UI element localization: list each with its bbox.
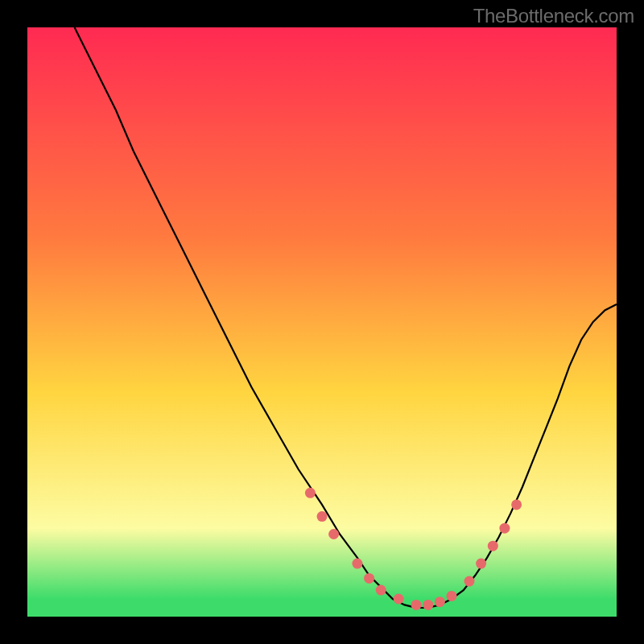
watermark-text: TheBottleneck.com: [473, 5, 634, 27]
sample-dot: [364, 573, 374, 584]
sample-dot: [394, 594, 404, 605]
sample-dot: [423, 600, 433, 610]
sample-dot: [411, 600, 422, 610]
chart-svg: [27, 27, 617, 617]
plot-area: [27, 27, 617, 617]
sample-dot: [476, 559, 486, 569]
sample-dot: [488, 541, 498, 551]
sample-dot: [328, 529, 339, 539]
sample-dot: [317, 511, 328, 522]
chart-container: TheBottleneck.com: [0, 0, 644, 644]
sample-dot: [511, 499, 522, 510]
sample-dot: [352, 559, 362, 569]
sample-dot: [464, 576, 475, 587]
sample-dot: [499, 523, 510, 534]
gradient-bg: [27, 27, 617, 617]
sample-dot: [447, 591, 457, 601]
sample-dot: [376, 585, 386, 596]
sample-dot: [435, 597, 445, 607]
sample-dot: [305, 488, 316, 498]
